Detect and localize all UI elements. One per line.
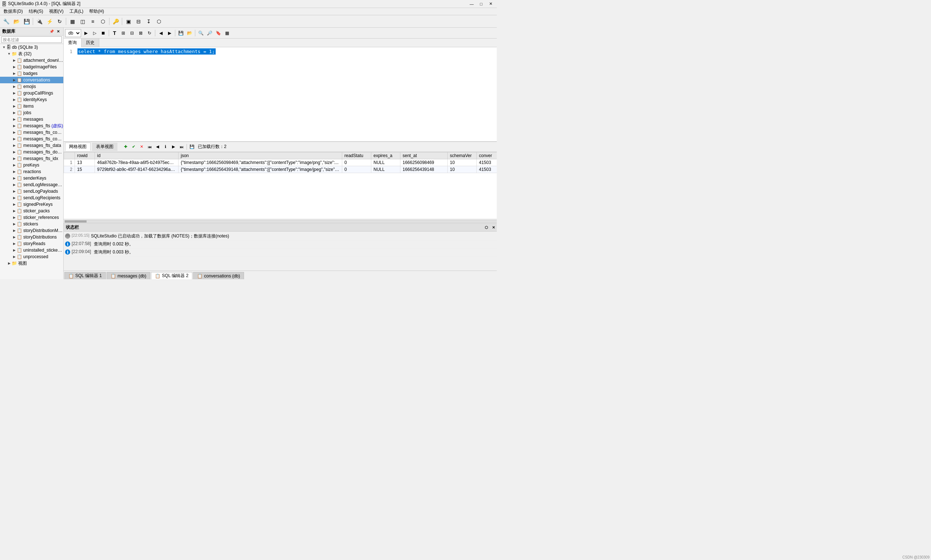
tree-item-jobs[interactable]: ▶ 📋 jobs — [0, 109, 63, 116]
menu-database[interactable]: 数据库(D) — [1, 8, 26, 15]
expand-icon[interactable]: ▶ — [12, 58, 17, 62]
tree-item-groupCallRings[interactable]: ▶ 📋 groupCallRings — [0, 90, 63, 96]
toolbar-connect[interactable]: 🔌 — [35, 17, 44, 26]
expand-icon[interactable]: ▶ — [12, 72, 17, 75]
minimize-button[interactable]: — — [467, 1, 476, 7]
explain-button[interactable]: ⊞ — [119, 29, 127, 37]
expand-icon[interactable]: ▶ — [12, 170, 17, 174]
tree-item-sendLogMessageIds[interactable]: ▶ 📋 sendLogMessageIds — [0, 182, 63, 188]
expand-icon[interactable]: ▶ — [12, 235, 17, 239]
save-sql-button[interactable]: 💾 — [177, 29, 185, 37]
search-sql-button[interactable]: 🔍 — [197, 29, 205, 37]
tree-item-messages[interactable]: ▶ 📋 messages — [0, 116, 63, 123]
format-button[interactable]: T — [111, 29, 118, 37]
tree-tables-group[interactable]: ▼ 📁 表 (32) — [0, 51, 63, 57]
expand-icon[interactable]: ▶ — [12, 137, 17, 141]
tree-item-senderKeys[interactable]: ▶ 📋 senderKeys — [0, 175, 63, 182]
table-row[interactable]: 1 13 46a8762b-78ea-49aa-a6f5-b24975ec189… — [64, 159, 497, 166]
result-tab-form[interactable]: 表单视图 — [92, 143, 117, 151]
expand-icon[interactable]: ▶ — [12, 98, 17, 102]
tree-item-messages-fts-idx[interactable]: ▶ 📋 messages_fts_idx — [0, 155, 63, 162]
tree-item-uninstalled-sticker-packs[interactable]: ▶ 📋 uninstalled_sticker_packs — [0, 247, 63, 254]
menu-help[interactable]: 帮助(H) — [86, 8, 107, 15]
expand-icon[interactable]: ▶ — [12, 183, 17, 186]
menu-view[interactable]: 视图(V) — [46, 8, 66, 15]
expand-icon[interactable]: ▶ — [12, 203, 17, 206]
expand-views-icon[interactable]: ▶ — [6, 262, 12, 265]
toolbar-export[interactable]: ⬡ — [154, 17, 164, 26]
expand-icon[interactable]: ▶ — [12, 105, 17, 108]
tree-item-sticker-references[interactable]: ▶ 📋 sticker_references — [0, 214, 63, 221]
tree-item-items[interactable]: ▶ 📋 items — [0, 103, 63, 109]
cols-button[interactable]: ⊟ — [128, 29, 136, 37]
tab-query[interactable]: 查询 — [64, 38, 82, 47]
result-add-row-button[interactable]: ✚ — [122, 143, 129, 151]
expand-icon[interactable]: ▶ — [12, 117, 17, 121]
toolbar-refresh[interactable]: ↻ — [55, 17, 65, 26]
scroll-track[interactable] — [65, 220, 497, 223]
expand-icon[interactable]: ▶ — [12, 65, 17, 69]
tree-item-sticker-packs[interactable]: ▶ 📋 sticker_packs — [0, 208, 63, 214]
expand-icon[interactable]: ▶ — [12, 176, 17, 180]
tree-item-sendLogPayloads[interactable]: ▶ 📋 sendLogPayloads — [0, 188, 63, 195]
expand-icon[interactable]: ▶ — [12, 150, 17, 154]
tree-item-badges[interactable]: ▶ 📋 badges — [0, 70, 63, 77]
expand-icon[interactable]: ▶ — [12, 124, 17, 128]
run-button[interactable]: ▶ — [82, 29, 90, 37]
result-info-button[interactable]: ℹ — [162, 143, 169, 151]
refresh2-button[interactable]: ↻ — [145, 29, 154, 37]
expand-icon[interactable]: ▶ — [12, 229, 17, 232]
join-button[interactable]: ⊠ — [137, 29, 145, 37]
toolbar-index[interactable]: ⬡ — [98, 17, 108, 26]
sql-editor[interactable]: 1 select * from messages where hasAttach… — [64, 47, 497, 142]
expand-icon[interactable]: ▶ — [12, 248, 17, 252]
tree-item-messages-fts-docsize[interactable]: ▶ 📋 messages_fts_docsize — [0, 149, 63, 155]
tree-item-messages-fts[interactable]: ▶ 📋 messages_fts (虚拟) — [0, 123, 63, 129]
panel-close-icon[interactable]: ✕ — [55, 29, 61, 35]
tree-item-reactions[interactable]: ▶ 📋 reactions — [0, 168, 63, 175]
expand-icon[interactable]: ▶ — [12, 157, 17, 160]
menu-structure[interactable]: 结构(S) — [26, 8, 46, 15]
expand-icon[interactable]: ▶ — [12, 78, 17, 82]
toolbar-sql[interactable]: ▣ — [124, 17, 133, 26]
close-button[interactable]: ✕ — [486, 1, 496, 7]
tree-item-identityKeys[interactable]: ▶ 📋 identityKeys — [0, 96, 63, 103]
tree-item-storyDistributionMembers[interactable]: ▶ 📋 storyDistributionMembers — [0, 227, 63, 234]
tree-item-signedPreKeys[interactable]: ▶ 📋 signedPreKeys — [0, 201, 63, 208]
search-next-button[interactable]: 🔎 — [205, 29, 214, 37]
expand-icon[interactable]: ▶ — [12, 215, 17, 219]
tree-item-storyReads[interactable]: ▶ 📋 storyReads — [0, 240, 63, 247]
expand-icon[interactable]: ▶ — [12, 111, 17, 115]
bookmark-button[interactable]: 🔖 — [214, 29, 222, 37]
bottom-tab-conversations[interactable]: 📋 conversations (db) — [193, 272, 244, 279]
result-last-button[interactable]: ⏭ — [178, 143, 185, 151]
toolbar-wrench[interactable]: 🔑 — [111, 17, 120, 26]
expand-icon[interactable]: ▶ — [12, 189, 17, 193]
tree-item-conversations[interactable]: ▶ 📋 conversations — [0, 77, 63, 83]
expand-db-icon[interactable]: ▼ — [2, 45, 6, 49]
grid-view-button[interactable]: ▦ — [223, 29, 231, 37]
db-selector[interactable]: db — [65, 29, 81, 37]
stop-button[interactable]: ⏹ — [99, 29, 107, 37]
toolbar-new[interactable]: 🔧 — [2, 17, 11, 26]
toolbar-view[interactable]: ◫ — [78, 17, 87, 26]
table-row[interactable]: 2 15 9729bf92-ab9c-45f7-8147-66234296ae1… — [64, 166, 497, 173]
status-detach-icon[interactable]: ⬡ — [483, 225, 489, 231]
history-prev-button[interactable]: ◀ — [157, 29, 165, 37]
tree-item-badgeImageFiles[interactable]: ▶ 📋 badgeImageFiles — [0, 64, 63, 70]
bottom-tab-messages[interactable]: 📋 messages (db) — [106, 272, 150, 279]
result-first-button[interactable]: ⏮ — [146, 143, 153, 151]
expand-icon[interactable]: ▶ — [12, 163, 17, 167]
scroll-thumb[interactable] — [65, 220, 86, 223]
tree-item-storyDistributions[interactable]: ▶ 📋 storyDistributions — [0, 234, 63, 240]
horizontal-scrollbar[interactable] — [64, 219, 497, 223]
expand-icon[interactable]: ▶ — [12, 196, 17, 200]
toolbar-disconnect[interactable]: ⚡ — [45, 17, 54, 26]
expand-icon[interactable]: ▶ — [12, 131, 17, 134]
result-next-button[interactable]: ▶ — [170, 143, 177, 151]
search-filter-input[interactable] — [2, 36, 62, 43]
tree-item-emojis[interactable]: ▶ 📋 emojis — [0, 83, 63, 90]
tree-item-stickers[interactable]: ▶ 📋 stickers — [0, 221, 63, 227]
history-next-button[interactable]: ▶ — [165, 29, 174, 37]
toolbar-save[interactable]: 💾 — [22, 17, 31, 26]
